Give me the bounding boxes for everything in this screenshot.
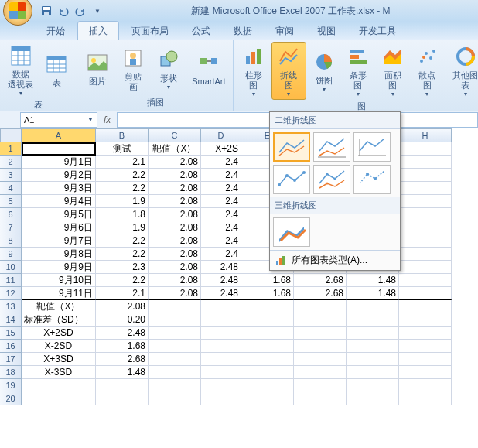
row-header-12[interactable]: 12 [0,287,22,300]
tab-formulas[interactable]: 公式 [181,22,221,40]
cell[interactable] [399,248,452,261]
pie-chart-button[interactable]: 饼图 ▾ [308,48,340,94]
cell[interactable]: 2.48 [96,327,149,340]
line-chart-button[interactable]: 折线图 ▾ [271,42,306,100]
cell[interactable] [347,300,399,313]
cell[interactable]: 2.3 [96,261,149,274]
line-chart-type-4[interactable] [273,165,310,194]
cell[interactable] [149,379,201,392]
cell[interactable] [96,392,149,405]
picture-button[interactable]: 图片 [80,49,114,88]
cell[interactable]: X+2SD [22,327,96,340]
cell[interactable] [399,156,452,169]
col-header-B[interactable]: B [96,128,149,142]
cell[interactable]: 1.48 [347,287,399,300]
cell[interactable]: 1.9 [96,195,149,208]
cell[interactable] [294,300,347,313]
cell[interactable] [347,392,399,405]
cell[interactable] [294,392,347,405]
cell[interactable] [294,327,347,340]
row-header-6[interactable]: 6 [0,208,22,221]
cell[interactable]: 2.08 [149,234,201,248]
cell[interactable] [149,340,201,353]
cell[interactable] [294,353,347,366]
cell[interactable] [201,340,241,353]
cell[interactable]: 2.68 [96,353,149,366]
cell[interactable]: 9月1日 [22,156,96,169]
cell[interactable] [399,234,452,248]
cell[interactable]: 2.4 [201,195,241,208]
row-header-13[interactable]: 13 [0,300,22,313]
cell[interactable]: 1.48 [96,366,149,379]
cell[interactable]: 9月11日 [22,287,96,300]
cell[interactable]: 9月3日 [22,182,96,195]
cell[interactable]: 9月5日 [22,208,96,221]
cell[interactable]: 2.4 [201,221,241,234]
cell[interactable] [347,353,399,366]
cell[interactable]: 9月4日 [22,195,96,208]
cell[interactable] [399,366,452,379]
cell[interactable]: 1.68 [241,274,294,287]
row-header-14[interactable]: 14 [0,313,22,327]
cell[interactable]: 2.48 [201,274,241,287]
smartart-button[interactable]: SmartArt [187,49,230,88]
cell[interactable] [149,300,201,313]
cell[interactable]: 9月7日 [22,234,96,248]
cell[interactable] [399,392,452,405]
cell[interactable]: 2.08 [149,156,201,169]
cell[interactable] [241,353,294,366]
cell[interactable] [149,366,201,379]
tab-page-layout[interactable]: 页面布局 [121,22,179,40]
scatter-chart-button[interactable]: 散点图 ▾ [411,43,444,99]
cell[interactable]: 9月6日 [22,221,96,234]
cell[interactable]: 2.2 [96,169,149,182]
cell[interactable] [399,182,452,195]
cell[interactable]: 2.08 [149,208,201,221]
name-box-dropdown-icon[interactable]: ▼ [87,116,94,123]
cell[interactable]: 2.08 [149,182,201,195]
row-header-18[interactable]: 18 [0,366,22,379]
cell[interactable] [347,379,399,392]
cell[interactable] [399,221,452,234]
row-header-9[interactable]: 9 [0,248,22,261]
cell[interactable] [149,392,201,405]
cell[interactable]: 2.4 [201,248,241,261]
cell[interactable]: 2.48 [201,287,241,300]
cell[interactable] [201,300,241,313]
cell[interactable]: 2.08 [149,248,201,261]
cell[interactable]: 9月8日 [22,248,96,261]
cell[interactable] [294,340,347,353]
cell[interactable] [241,340,294,353]
cell[interactable] [399,208,452,221]
cell[interactable] [294,366,347,379]
cell[interactable]: 2.08 [149,287,201,300]
other-charts-button[interactable]: 其他图表 ▾ [446,43,478,99]
line-chart-type-1[interactable] [273,132,310,162]
bar-chart-button[interactable]: 条形图 ▾ [342,43,375,99]
cell[interactable]: 9月2日 [22,169,96,182]
cell[interactable] [399,274,452,287]
cell[interactable] [241,327,294,340]
cell[interactable]: 2.2 [96,234,149,248]
cell[interactable]: 2.08 [96,300,149,313]
qat-dropdown-icon[interactable]: ▼ [91,5,104,17]
cell[interactable]: 2.4 [201,156,241,169]
cell[interactable] [347,366,399,379]
cell[interactable] [22,379,96,392]
row-header-7[interactable]: 7 [0,221,22,234]
undo-icon[interactable] [57,5,70,17]
all-chart-types-link[interactable]: 所有图表类型(A)... [270,250,400,270]
cell[interactable]: 2.4 [201,182,241,195]
cell[interactable]: 2.08 [149,261,201,274]
col-header-D[interactable]: D [201,128,241,142]
line-chart-type-6[interactable] [353,165,391,194]
cell[interactable] [399,169,452,182]
select-all-corner[interactable] [0,128,22,142]
area-chart-button[interactable]: 面积图 ▾ [376,43,409,99]
cell[interactable]: 9月9日 [22,261,96,274]
cell[interactable] [399,287,452,300]
cell[interactable] [96,379,149,392]
column-chart-button[interactable]: 柱形图 ▾ [237,43,270,99]
cell[interactable] [149,313,201,327]
row-header-10[interactable]: 10 [0,261,22,274]
